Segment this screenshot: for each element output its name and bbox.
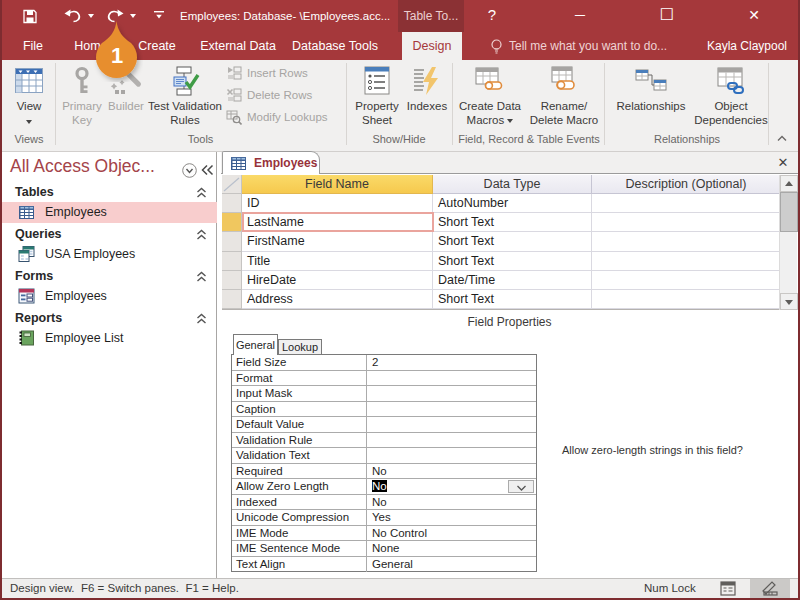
- insert-rows-button[interactable]: Insert Rows: [224, 64, 342, 82]
- datasheet-view-button[interactable]: [708, 579, 748, 598]
- field-name-cell[interactable]: HireDate: [242, 271, 433, 290]
- property-label[interactable]: Indexed: [232, 495, 367, 510]
- collapse-section-icon[interactable]: [196, 187, 207, 199]
- property-value[interactable]: [368, 417, 536, 432]
- scroll-thumb[interactable]: [780, 192, 798, 232]
- design-view-button[interactable]: [750, 579, 790, 598]
- qat-customize-icon[interactable]: [153, 10, 165, 22]
- property-label[interactable]: IME Sentence Mode: [232, 541, 367, 556]
- nav-pane-menu-icon[interactable]: [182, 163, 197, 178]
- property-value[interactable]: No Control: [368, 526, 536, 541]
- close-document-icon[interactable]: ✕: [775, 155, 791, 171]
- grid-row-hiredate[interactable]: HireDate Date/Time: [222, 271, 798, 290]
- close-button[interactable]: ✕: [737, 0, 771, 32]
- property-label[interactable]: Field Size: [232, 355, 367, 370]
- grid-vertical-scrollbar[interactable]: [779, 175, 797, 310]
- description-cell[interactable]: [592, 252, 780, 271]
- grid-row-address[interactable]: Address Short Text: [222, 290, 798, 309]
- data-type-cell[interactable]: Short Text: [433, 213, 592, 232]
- property-value[interactable]: No: [368, 464, 536, 479]
- property-value-selected[interactable]: No: [368, 479, 536, 494]
- field-name-cell[interactable]: LastName: [242, 213, 433, 232]
- description-cell[interactable]: [592, 232, 780, 251]
- tab-lookup[interactable]: Lookup: [278, 339, 322, 355]
- property-label[interactable]: IME Mode: [232, 526, 367, 541]
- description-cell[interactable]: [592, 290, 780, 309]
- nav-item-employees-form[interactable]: Employees: [2, 286, 217, 307]
- tab-file[interactable]: File: [10, 32, 56, 60]
- property-value[interactable]: [368, 386, 536, 401]
- row-selector[interactable]: [222, 252, 242, 271]
- nav-section-tables[interactable]: Tables: [2, 184, 217, 202]
- nav-item-usa-employees-query[interactable]: USA Employees: [2, 244, 217, 265]
- nav-section-reports[interactable]: Reports: [2, 310, 217, 328]
- nav-item-employees-table[interactable]: Employees: [2, 202, 217, 223]
- description-cell[interactable]: [592, 213, 780, 232]
- shutter-bar-close-icon[interactable]: [201, 164, 214, 176]
- current-row-selector[interactable]: [222, 213, 242, 232]
- field-name-cell[interactable]: FirstName: [242, 232, 433, 251]
- property-label[interactable]: Format: [232, 371, 367, 386]
- property-value[interactable]: [368, 448, 536, 463]
- nav-section-forms[interactable]: Forms: [2, 268, 217, 286]
- collapse-ribbon-icon[interactable]: [776, 134, 788, 144]
- modify-lookups-button[interactable]: Modify Lookups: [224, 108, 342, 126]
- collapse-section-icon[interactable]: [196, 313, 207, 325]
- document-tab-employees[interactable]: Employees: [222, 151, 320, 174]
- collapse-section-icon[interactable]: [196, 229, 207, 241]
- field-name-cell[interactable]: Address: [242, 290, 433, 309]
- field-name-cell[interactable]: Title: [242, 252, 433, 271]
- row-selector[interactable]: [222, 232, 242, 251]
- data-type-cell[interactable]: Short Text: [433, 252, 592, 271]
- grid-row-firstname[interactable]: FirstName Short Text: [222, 232, 798, 251]
- help-button[interactable]: ?: [475, 0, 509, 32]
- property-value[interactable]: [368, 371, 536, 386]
- property-label[interactable]: Text Align: [232, 557, 367, 573]
- user-name[interactable]: Kayla Claypool: [707, 32, 787, 60]
- delete-rows-button[interactable]: Delete Rows: [224, 86, 342, 104]
- nav-pane-title[interactable]: All Access Objec...: [10, 156, 155, 177]
- property-label[interactable]: Allow Zero Length: [232, 479, 367, 494]
- property-label[interactable]: Caption: [232, 402, 367, 417]
- property-value[interactable]: [368, 433, 536, 448]
- property-value[interactable]: None: [368, 541, 536, 556]
- undo-icon[interactable]: [64, 9, 82, 23]
- maximize-button[interactable]: ☐: [650, 0, 684, 32]
- scroll-down-button[interactable]: [780, 293, 798, 310]
- save-icon[interactable]: [23, 9, 37, 24]
- tell-me-box[interactable]: Tell me what you want to do...: [509, 32, 667, 60]
- grid-row-title[interactable]: Title Short Text: [222, 252, 798, 271]
- property-value[interactable]: General: [368, 557, 536, 573]
- tab-general[interactable]: General: [233, 334, 278, 355]
- nav-item-employee-list-report[interactable]: Employee List: [2, 328, 217, 349]
- property-label[interactable]: Required: [232, 464, 367, 479]
- dropdown-button[interactable]: [508, 480, 534, 493]
- row-selector[interactable]: [222, 290, 242, 309]
- scroll-up-button[interactable]: [780, 175, 798, 192]
- data-type-cell[interactable]: Short Text: [433, 290, 592, 309]
- collapse-section-icon[interactable]: [196, 271, 207, 283]
- row-selector[interactable]: [222, 194, 242, 213]
- property-value[interactable]: [368, 402, 536, 417]
- column-header-field-name[interactable]: Field Name: [242, 175, 433, 194]
- data-type-cell[interactable]: Date/Time: [433, 271, 592, 290]
- data-type-cell[interactable]: Short Text: [433, 232, 592, 251]
- tab-database-tools[interactable]: Database Tools: [288, 32, 382, 60]
- property-value[interactable]: 2: [368, 355, 536, 370]
- tab-design[interactable]: Design: [402, 32, 462, 60]
- column-header-data-type[interactable]: Data Type: [433, 175, 592, 194]
- nav-section-queries[interactable]: Queries: [2, 226, 217, 244]
- tab-external-data[interactable]: External Data: [196, 32, 280, 60]
- data-type-cell[interactable]: AutoNumber: [433, 194, 592, 213]
- minimize-button[interactable]: ─: [563, 0, 597, 32]
- description-cell[interactable]: [592, 271, 780, 290]
- property-value[interactable]: No: [368, 495, 536, 510]
- property-label[interactable]: Input Mask: [232, 386, 367, 401]
- property-label[interactable]: Unicode Compression: [232, 510, 367, 525]
- field-name-cell[interactable]: ID: [242, 194, 433, 213]
- grid-row-id[interactable]: ID AutoNumber: [222, 194, 798, 213]
- description-cell[interactable]: [592, 194, 780, 213]
- column-header-description[interactable]: Description (Optional): [592, 175, 780, 194]
- property-value[interactable]: Yes: [368, 510, 536, 525]
- row-selector[interactable]: [222, 271, 242, 290]
